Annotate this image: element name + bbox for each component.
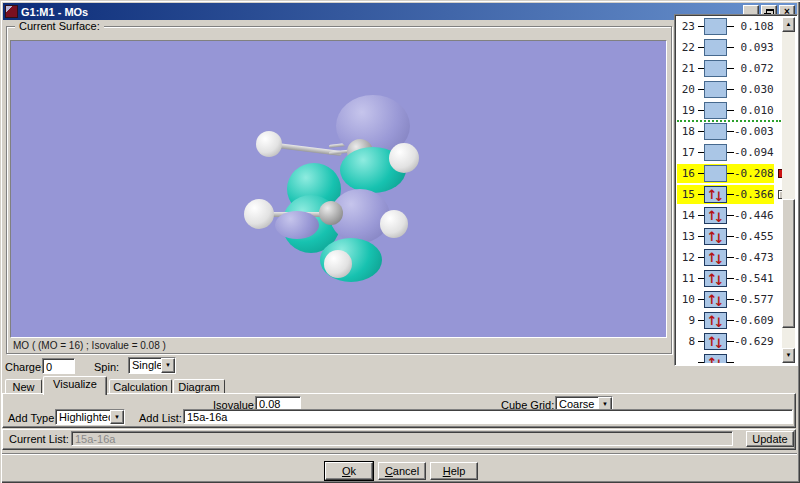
tab-calculation[interactable]: Calculation [109,379,172,394]
mo-box[interactable]: ↑↓ [704,291,727,308]
mo-row-15[interactable]: 15↑↓-0.366 [677,185,774,204]
mo-box[interactable] [704,144,727,161]
mo-box[interactable] [704,102,727,119]
mo-energy: -0.577 [734,293,774,306]
mo-number: 19 [677,104,695,117]
mo-row-18[interactable]: 18-0.003 [677,122,774,141]
current-surface-label: Current Surface: [15,20,104,32]
level-tick [727,47,734,48]
level-tick [727,152,734,153]
level-tick [727,236,734,237]
level-tick [727,89,734,90]
spin-value: Singlet [129,358,161,373]
current-list-strip: Current List: Update ... [2,429,796,450]
add-list-input[interactable] [183,409,793,424]
mo-energy: -0.208 [734,167,774,180]
mo-energy: -0.094 [734,146,774,159]
mo-box[interactable]: ↑↓ [704,312,727,329]
mo-row-16[interactable]: 16-0.208 [677,164,774,183]
tab-new[interactable]: New [5,379,42,394]
mo-row-23[interactable]: 23 0.108 [677,17,774,36]
mo-row-13[interactable]: 13↑↓-0.455 [677,227,774,246]
charge-input[interactable] [42,358,75,374]
ok-button[interactable]: Ok [325,462,373,480]
help-button[interactable]: Help [430,462,478,480]
mo-box[interactable]: ↑↓ [704,186,727,203]
mo-energy: 0.093 [734,41,774,54]
add-type-label: Add Type: [8,412,57,424]
mo-number: 10 [677,293,695,306]
mo-number: 14 [677,209,695,222]
mo-box[interactable] [704,18,727,35]
mo-energy: -0.003 [734,125,774,138]
mo-row-20[interactable]: 20 0.030 [677,80,774,99]
spin-select[interactable]: Singlet ▼ [128,357,176,374]
spin-down-icon: ↓ [714,357,725,363]
visualize-tab-panel: Isovalue: Cube Grid: Coarse ▼ Add Type: … [2,393,796,428]
mo-row-19[interactable]: 19 0.010 [677,101,774,120]
mo-energy: -0.629 [734,335,774,348]
mo-row-14[interactable]: 14↑↓-0.446 [677,206,774,225]
tab-diagram[interactable]: Diagram [173,379,225,394]
mo-number: 23 [677,20,695,33]
tab-visualize[interactable]: Visualize [43,376,107,395]
window-title: G1:M1 - MOs [21,6,88,18]
mo-row-12[interactable]: 12↑↓-0.473 [677,248,774,267]
mo-energy: -0.455 [734,230,774,243]
cancel-button[interactable]: Cancel [378,462,426,480]
mo-row-partial[interactable]: ↑↓ [677,353,774,363]
level-tick [727,341,734,342]
scrollbar-thumb[interactable] [782,199,795,328]
mo-row-22[interactable]: 22 0.093 [677,38,774,57]
atom-H [389,143,419,173]
mo-box[interactable] [704,39,727,56]
mo-row-9[interactable]: 9↑↓-0.609 [677,311,774,330]
mo-energy: 0.030 [734,83,774,96]
level-tick [727,194,734,195]
mo-box[interactable]: ↑↓ [704,270,727,287]
mo-level-list: 23 0.10822 0.09321 0.07220 0.03019 0.010… [677,17,783,363]
mo-row-11[interactable]: 11↑↓-0.541 [677,269,774,288]
homo-lumo-divider [677,120,781,122]
mo-box[interactable]: ↑↓ [704,333,727,350]
update-button[interactable]: Update ... [746,431,794,447]
mo-box[interactable] [704,81,727,98]
footer-separator [2,453,797,455]
mo-row-17[interactable]: 17-0.094 [677,143,774,162]
spin-down-icon: ↓ [714,231,725,246]
spin-down-icon: ↓ [714,252,725,267]
mo-energy: 0.010 [734,104,774,117]
molecule-viewport[interactable] [10,40,667,338]
mo-box[interactable] [704,123,727,140]
mo-row-10[interactable]: 10↑↓-0.577 [677,290,774,309]
add-type-select[interactable]: Highlighted ▼ [55,409,125,425]
mo-row-21[interactable]: 21 0.072 [677,59,774,78]
app-icon [5,5,18,18]
scroll-down-button[interactable]: ▼ [782,348,795,363]
mo-number: 22 [677,41,695,54]
mo-energy: -0.366 [734,188,774,201]
mo-box[interactable]: ↑↓ [704,228,727,245]
chevron-down-icon[interactable]: ▼ [161,358,175,373]
spin-down-icon: ↓ [714,273,725,288]
spin-down-icon: ↓ [714,336,725,351]
mo-number: 13 [677,230,695,243]
atom-H [244,199,274,229]
level-tick [727,320,734,321]
mo-box[interactable] [704,165,727,182]
level-tick [727,110,734,111]
mo-box[interactable]: ↑↓ [704,207,727,224]
mo-energy: 0.108 [734,20,774,33]
mo-row-8[interactable]: 8↑↓-0.629 [677,332,774,351]
mos-window: G1:M1 - MOs × Current Surface: MO ( (MO … [0,0,800,483]
chevron-down-icon[interactable]: ▼ [110,410,124,424]
current-list-label: Current List: [9,433,69,445]
scroll-up-button[interactable]: ▲ [782,17,795,32]
level-tick [727,362,734,363]
mo-number: 15 [677,188,695,201]
mo-list-scrollbar[interactable]: ▲ ▼ [782,17,795,363]
mo-number: 20 [677,83,695,96]
mo-box[interactable] [704,60,727,77]
mo-box[interactable]: ↑↓ [704,249,727,266]
mo-box[interactable]: ↑↓ [704,354,727,363]
